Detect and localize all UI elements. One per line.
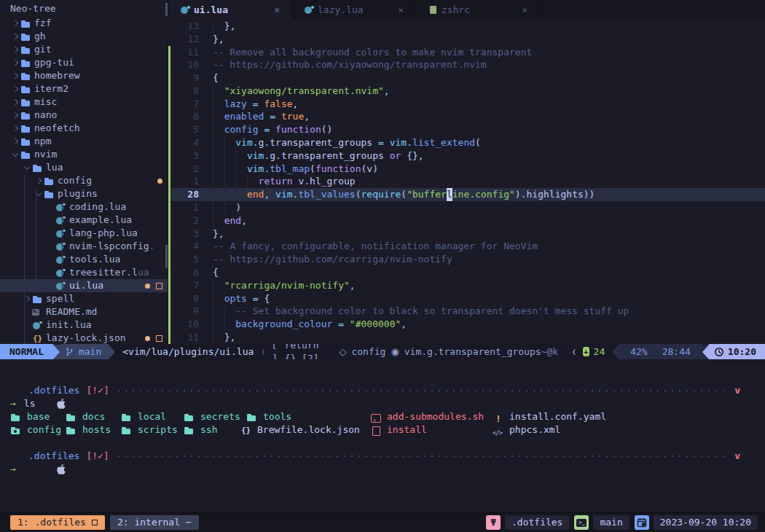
tree-item-example.lua[interactable]: example.lua: [0, 214, 168, 227]
tab-ui.lua[interactable]: ui.lua×: [168, 0, 292, 20]
line-number: 3: [173, 227, 199, 240]
tree-item-init.lua[interactable]: init.lua: [0, 318, 168, 332]
line-number: 3: [173, 149, 199, 163]
tree-item-label: neofetch: [34, 122, 80, 135]
tree-item-gpg-tui[interactable]: gpg-tui: [0, 56, 168, 69]
tab-close-icon[interactable]: ×: [398, 4, 404, 17]
indent-guides: [213, 111, 224, 124]
code-token: or: [384, 149, 407, 163]
chevron-right-icon: [10, 87, 20, 91]
tab-close-icon[interactable]: ×: [522, 4, 527, 17]
code-token: "buffer: [407, 188, 447, 201]
tree-item-plugins[interactable]: plugins: [0, 187, 168, 200]
unsaved-square-icon: [156, 283, 162, 289]
ls-entry-label: scripts: [138, 423, 178, 437]
apple-icon: [10, 450, 20, 462]
tree-item-coding.lua[interactable]: coding.lua: [0, 200, 168, 214]
tree-item-label: config: [58, 174, 92, 187]
code-token: {: [213, 266, 219, 279]
tree-item-lua[interactable]: lua: [0, 161, 168, 174]
tree-item-config[interactable]: config: [0, 174, 168, 187]
tree-item-label: treesitter.lua: [69, 266, 149, 279]
code-token: ): [235, 201, 241, 214]
code-token: (: [401, 188, 407, 201]
ls-entry-label: config: [27, 423, 61, 437]
tmux-window-2[interactable]: 2: internal −: [110, 515, 199, 530]
tree-item-README.md[interactable]: README.md: [0, 305, 168, 318]
ls-entry-ssh: ssh: [184, 423, 217, 437]
tmux-window-1[interactable]: 1: .dotfiles: [10, 515, 105, 530]
tree-item-ui.lua[interactable]: ui.lua: [0, 279, 168, 292]
tree-item-gh[interactable]: gh: [0, 30, 168, 43]
tree-item-iterm2[interactable]: iterm2: [0, 82, 168, 95]
code-token: end: [247, 188, 264, 201]
line-number: 5: [173, 253, 199, 266]
code-icon: [493, 426, 504, 435]
editor-buffer[interactable]: 13},12},11-- Remove all background color…: [168, 20, 765, 344]
tree-item-neofetch[interactable]: neofetch: [0, 122, 168, 135]
line-number: 6: [173, 110, 199, 123]
prompt-line: .dotfiles [!✓] v: [0, 450, 765, 463]
indent-guides: [213, 214, 224, 227]
code-token: (: [361, 163, 367, 176]
prompt-git-status: [!✓]: [86, 450, 109, 463]
code-token: .: [407, 136, 412, 149]
breadcrumb-symbol: config: [351, 345, 385, 359]
tree-item-lazy-lock.json[interactable]: lazy-lock.json: [0, 332, 168, 344]
ls-entry-label: local: [138, 410, 166, 423]
line-number: 12: [173, 33, 199, 46]
tab-zshrc[interactable]: zshrc×: [416, 0, 540, 20]
folder-icon: [20, 111, 32, 120]
tree-item-label: gpg-tui: [34, 56, 74, 69]
calendar-clock-icon: [635, 515, 649, 530]
tree-item-git[interactable]: git: [0, 43, 168, 56]
tree-item-homebrew[interactable]: homebrew: [0, 69, 168, 82]
lua-icon: [304, 5, 315, 15]
tree-item-nvim-lspconfig[interactable]: nvim-lspconfig.: [0, 240, 168, 253]
tab-close-icon[interactable]: ×: [274, 4, 280, 17]
tree-item-nano[interactable]: nano: [0, 109, 168, 122]
tree-item-lang-php.lua[interactable]: lang-php.lua: [0, 227, 168, 240]
line-number: 9: [173, 71, 199, 85]
tree-item-label: ui.lua: [69, 279, 103, 292]
tree-item-npm[interactable]: npm: [0, 135, 168, 148]
terminal-icon: [370, 412, 382, 422]
clock-time: 10:20: [728, 345, 756, 359]
code-line: 5config = function(): [168, 123, 765, 136]
code-line: 4-- A fancy, configurable, notification …: [168, 240, 765, 254]
command-line[interactable]: →: [0, 463, 765, 476]
tree-item-spell[interactable]: spell: [0, 292, 168, 305]
neotree-panel: Neo-tree fzfghgitgpg-tuihomebrewiterm2mi…: [0, 0, 168, 344]
shell-pane[interactable]: .dotfiles [!✓] v → ls basedocslocalsecre…: [0, 384, 765, 476]
code-token: lazy: [224, 98, 247, 111]
dotted-leader: [118, 455, 726, 457]
tree-item-nvim[interactable]: nvim: [0, 148, 168, 161]
tree-item-treesitter.l[interactable]: treesitter.lua: [0, 266, 168, 279]
keymap-indicator: ~@k: [541, 345, 558, 359]
tmux-window-label: 2: internal: [117, 516, 180, 529]
code-token: return: [259, 175, 293, 188]
code-line: 4vim.g.transparent_groups = vim.list_ext…: [168, 136, 765, 149]
code-token: }: [213, 227, 219, 240]
code-token: -- Remove all background colors to make …: [213, 46, 532, 59]
unsaved-square-icon: [156, 335, 162, 342]
folder-icon: [20, 85, 32, 94]
code-token: (: [356, 188, 361, 201]
tree-item-label: nvim: [34, 148, 57, 161]
tree-item-label: lua: [46, 161, 63, 174]
chevron-right-icon: [34, 179, 44, 183]
code-line: 10background_colour = "#000000",: [168, 318, 765, 331]
code-line: 10-- https://github.com/xiyaowong/transp…: [168, 58, 765, 71]
line-number: 10: [173, 58, 199, 71]
tree-item-misc[interactable]: misc: [0, 95, 168, 109]
code-token: ,: [384, 85, 390, 98]
code-token: .: [264, 163, 270, 176]
tree-item-fzf[interactable]: fzf: [0, 17, 168, 30]
tab-lazy.lua[interactable]: lazy.lua×: [292, 0, 416, 20]
folder-icon: [121, 426, 133, 435]
line-number: 2: [173, 163, 199, 176]
tree-item-tools.lua[interactable]: tools.lua: [0, 253, 168, 266]
line-number: 7: [173, 279, 199, 292]
code-token: vim: [275, 188, 292, 201]
clock-segment: 10:20: [709, 344, 765, 359]
